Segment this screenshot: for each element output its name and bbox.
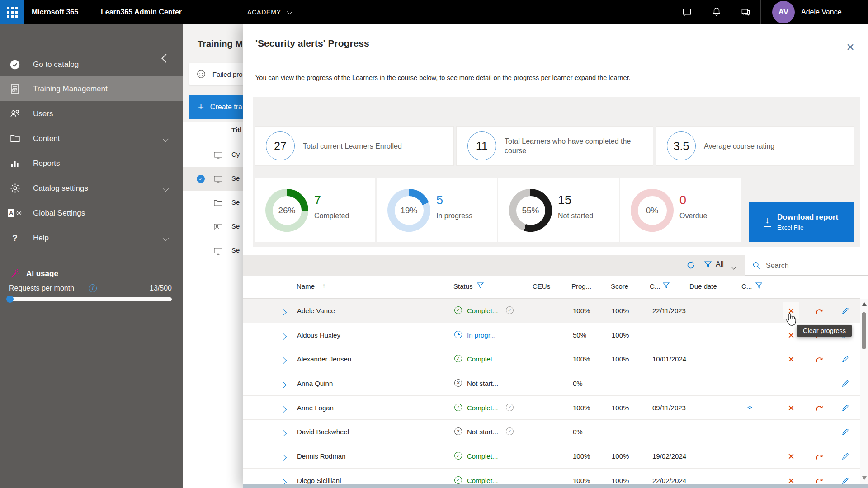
expand-row-icon[interactable] (281, 381, 286, 389)
expand-row-icon[interactable] (281, 429, 286, 437)
app-launcher-button[interactable] (0, 0, 24, 24)
sidebar-item-catalog-settings[interactable]: Catalog settings (0, 176, 183, 201)
column-ceus[interactable]: CEUs (533, 282, 550, 290)
training-management-page: Training M Failed pro + Create tra Titl … (183, 24, 250, 488)
refresh-icon[interactable] (686, 261, 695, 270)
bar-chart-icon (8, 158, 22, 169)
table-row[interactable]: David Backwheel Not start... ✓ 0% × (243, 420, 860, 444)
filter-icon[interactable] (704, 261, 712, 268)
search-icon (752, 261, 761, 270)
column-score[interactable]: Score (611, 282, 628, 290)
stat-value: 3.5 (667, 131, 696, 160)
close-icon[interactable]: × (843, 40, 858, 54)
completed-filter-icon[interactable] (663, 282, 670, 289)
search-input[interactable] (765, 259, 862, 272)
expand-row-icon[interactable] (281, 357, 286, 365)
certificate-filter-icon[interactable] (755, 282, 762, 289)
chat-icon[interactable] (682, 7, 693, 18)
horizontal-scrollbar[interactable] (243, 484, 868, 488)
sidebar-item-global-settings[interactable]: A Global Settings (0, 201, 183, 225)
table-row[interactable]: Aldous Huxley In progr... ✓ 50% 100% × (243, 323, 860, 347)
microsoft-365-link[interactable]: Microsoft 365 (32, 0, 78, 24)
status-filter-icon[interactable] (477, 282, 484, 289)
edit-button[interactable] (838, 351, 853, 368)
progress-value: 50% (573, 331, 586, 339)
expand-row-icon[interactable] (281, 333, 286, 341)
training-row[interactable]: Se (183, 191, 250, 215)
table-scrollbar[interactable] (860, 299, 868, 484)
sidebar-item-reports[interactable]: Reports (0, 151, 183, 176)
column-progress[interactable]: Prog... (571, 282, 591, 290)
avatar[interactable]: AV (772, 1, 795, 23)
training-row[interactable]: Cy (183, 143, 250, 167)
column-name[interactable]: Name (297, 282, 315, 290)
sidebar-item-ai-usage[interactable]: AI usage (0, 261, 183, 286)
table-row[interactable]: Anne Logan Complet... ✓ 100% 100% 09/11/… (243, 396, 860, 420)
expand-row-icon[interactable] (281, 478, 286, 484)
requests-progress-fill (6, 296, 14, 303)
training-row-selected[interactable]: ✓ Se (183, 167, 250, 191)
table-row[interactable]: Diego Sicilliani Complet... ✓ 100% 100% … (243, 469, 860, 484)
sidebar-item-help[interactable]: ? Help (0, 225, 183, 250)
retake-course-button[interactable] (811, 399, 827, 417)
table-row[interactable]: Adele Vance Complet... ✓ 100% 100% 22/11… (243, 299, 860, 323)
column-status[interactable]: Status (453, 282, 473, 290)
column-due-date[interactable]: Due date (689, 282, 717, 290)
retake-course-button[interactable] (811, 472, 827, 484)
column-certificate[interactable]: C... (741, 282, 752, 290)
clear-progress-button[interactable]: × (783, 327, 799, 344)
course-icon (213, 174, 223, 183)
notifications-bell-icon[interactable] (712, 7, 722, 18)
clear-progress-button[interactable]: × (783, 448, 799, 465)
clear-progress-button[interactable]: × (783, 399, 799, 417)
table-header: Name ↑ Status CEUs Prog... Score C... Du… (243, 276, 860, 299)
filter-value[interactable]: All (716, 260, 724, 268)
edit-button[interactable] (838, 472, 853, 484)
edit-button[interactable] (838, 375, 853, 392)
view-certificate-icon[interactable] (745, 404, 754, 412)
selected-check-icon[interactable]: ✓ (197, 175, 205, 183)
feedback-icon[interactable] (741, 7, 751, 18)
tenant-dropdown[interactable]: ACADEMY (247, 0, 292, 24)
expand-row-icon[interactable] (281, 308, 286, 316)
download-report-label: Download report (777, 213, 838, 222)
clear-progress-button[interactable]: × (783, 472, 799, 484)
sidebar-item-go-to-catalog[interactable]: Go to catalog (0, 52, 183, 77)
clear-progress-button[interactable]: × (783, 351, 799, 368)
user-name[interactable]: Adele Vance (801, 0, 842, 24)
info-icon[interactable]: i (89, 284, 97, 292)
progress-value: 100% (573, 452, 590, 460)
filter-dropdown-chevron-icon[interactable] (732, 263, 736, 271)
sidebar-item-content[interactable]: Content (0, 126, 183, 151)
retake-course-button[interactable] (811, 351, 827, 368)
completion-date: 22/11/2023 (652, 307, 686, 314)
column-completed[interactable]: C... (650, 282, 660, 290)
sidebar-item-training-management[interactable]: Training Management (0, 76, 183, 101)
requests-per-month: Requests per month i 13/500 (9, 283, 174, 294)
notstarted-donut-chart: 55% (509, 189, 552, 232)
sidebar-item-users[interactable]: Users (0, 101, 183, 126)
edit-button[interactable] (838, 302, 853, 319)
inprogress-count: 5 (436, 193, 443, 207)
scroll-up-icon[interactable] (862, 302, 867, 306)
retake-course-button[interactable] (811, 448, 827, 465)
status-text: Complet... (467, 404, 498, 412)
top-bar: Microsoft 365 Learn365 Admin Center ACAD… (0, 0, 868, 24)
scroll-down-icon[interactable] (862, 476, 867, 480)
edit-button[interactable] (838, 448, 853, 465)
training-row[interactable]: Se (183, 215, 250, 239)
app-title[interactable]: Learn365 Admin Center (101, 0, 182, 24)
stat-card-enrolled: 27 Total current Learners Enrolled (255, 126, 454, 166)
table-row[interactable]: Anna Quinn Not start... ✓ 0% × (243, 371, 860, 396)
expand-row-icon[interactable] (281, 405, 286, 413)
training-row[interactable]: Se (183, 239, 250, 263)
table-row[interactable]: Dennis Rodman Complet... ✓ 100% 100% 19/… (243, 444, 860, 469)
table-row[interactable]: Alexander Jensen Complet... ✓ 100% 100% … (243, 347, 860, 371)
retake-course-button[interactable] (811, 302, 827, 319)
edit-button[interactable] (838, 399, 853, 417)
download-report-button[interactable]: ↓ Download report Excel File (749, 202, 854, 242)
expand-row-icon[interactable] (281, 454, 286, 462)
scrollbar-thumb[interactable] (862, 312, 866, 349)
edit-button[interactable] (838, 423, 853, 441)
requests-label: Requests per month (9, 284, 74, 292)
